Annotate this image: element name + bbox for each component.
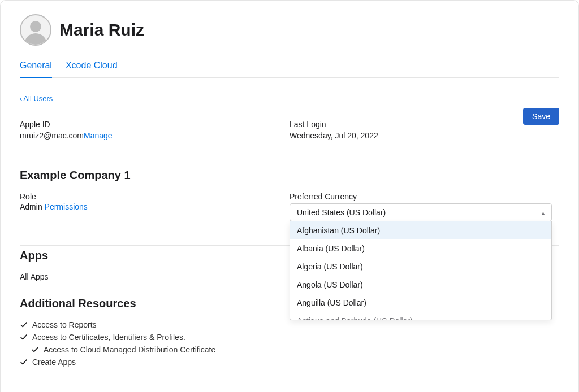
page-title: Maria Ruiz — [59, 20, 144, 40]
back-all-users-link[interactable]: ‹ All Users — [20, 94, 53, 103]
currency-option[interactable]: Algeria (US Dollar) — [290, 258, 551, 276]
tab-xcode-cloud[interactable]: Xcode Cloud — [66, 56, 118, 77]
currency-option[interactable]: Albania (US Dollar) — [290, 239, 551, 258]
resource-item: Create Apps — [20, 358, 559, 367]
save-button[interactable]: Save — [523, 108, 559, 125]
check-icon — [20, 333, 28, 341]
resource-label: Access to Certificates, Identifiers & Pr… — [32, 333, 185, 342]
currency-option[interactable]: Anguilla (US Dollar) — [290, 294, 551, 312]
currency-option[interactable]: Angola (US Dollar) — [290, 276, 551, 294]
company-name-title: Example Company 1 — [20, 169, 559, 182]
tab-bar: General Xcode Cloud — [20, 56, 559, 78]
last-login-value: Wednesday, Jul 20, 2022 — [290, 131, 559, 140]
check-icon — [31, 346, 39, 354]
currency-dropdown: Afghanistan (US Dollar) Albania (US Doll… — [290, 221, 552, 320]
check-icon — [20, 321, 28, 329]
resource-label: Create Apps — [32, 358, 76, 367]
resource-item: Access to Certificates, Identifiers & Pr… — [20, 333, 559, 342]
apple-id-label: Apple ID — [20, 120, 290, 129]
currency-selected-value: United States (US Dollar) — [297, 208, 386, 217]
avatar — [20, 14, 51, 46]
preferred-currency-label: Preferred Currency — [290, 192, 559, 201]
currency-option[interactable]: Afghanistan (US Dollar) — [290, 221, 551, 239]
chevron-left-icon: ‹ — [20, 94, 22, 103]
resource-item: Access to Reports — [20, 320, 559, 329]
resource-label: Access to Cloud Managed Distribution Cer… — [44, 345, 215, 354]
currency-option[interactable]: Antigua and Barbuda (US Dollar) — [290, 312, 551, 320]
resource-item: Access to Cloud Managed Distribution Cer… — [20, 345, 559, 354]
role-value: Admin — [20, 202, 45, 211]
check-icon — [20, 358, 28, 366]
tab-general[interactable]: General — [20, 56, 52, 77]
role-label: Role — [20, 192, 290, 201]
manage-apple-id-link[interactable]: Manage — [84, 131, 113, 140]
caret-up-icon: ▴ — [542, 210, 545, 216]
last-login-label: Last Login — [290, 120, 559, 129]
permissions-link[interactable]: Permissions — [45, 202, 88, 211]
apple-id-value: mruiz2@mac.com — [20, 131, 84, 140]
back-link-label: All Users — [23, 94, 53, 103]
preferred-currency-select[interactable]: United States (US Dollar) ▴ — [290, 203, 552, 221]
resource-label: Access to Reports — [32, 320, 97, 329]
